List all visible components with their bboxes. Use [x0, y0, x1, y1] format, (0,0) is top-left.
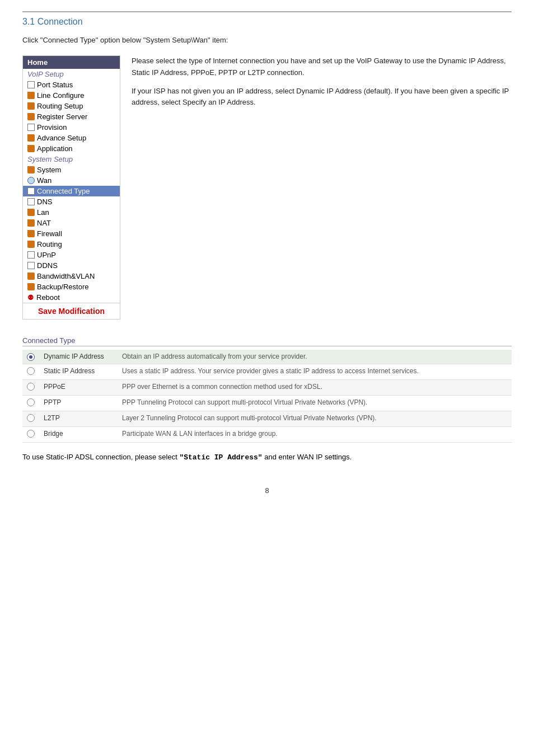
- bottom-text-suffix: and enter WAN IP settings.: [263, 453, 352, 461]
- folder-icon: [27, 241, 35, 248]
- save-modification-button[interactable]: Save Modification: [23, 303, 120, 319]
- bottom-text: To use Static-IP ADSL connection, please…: [22, 452, 512, 464]
- folder-icon: [27, 273, 35, 280]
- doc-icon: [27, 198, 35, 205]
- folder-icon: [27, 145, 35, 152]
- sidebar-label: Application: [37, 144, 73, 153]
- sidebar-item-lan[interactable]: Lan: [23, 207, 120, 218]
- intro-text: Click "Connected Type" option below "Sys…: [22, 36, 512, 44]
- main-layout: Home VoIP Setup Port Status Line Configu…: [22, 55, 512, 320]
- sidebar-label: Routing Setup: [37, 102, 83, 110]
- sidebar-label: Firewall: [37, 229, 62, 238]
- sidebar-item-line-configure[interactable]: Line Configure: [23, 90, 120, 101]
- folder-icon: [27, 219, 35, 227]
- sidebar: Home VoIP Setup Port Status Line Configu…: [22, 55, 120, 320]
- folder-icon: [27, 166, 35, 173]
- section-title: 3.1 Connection: [22, 11, 512, 27]
- option-label: Dynamic IP Address: [39, 350, 118, 364]
- folder-icon: [27, 92, 35, 99]
- sidebar-item-advance-setup[interactable]: Advance Setup: [23, 133, 120, 143]
- content-para1: Please select the type of Internet conne…: [132, 55, 512, 79]
- sidebar-item-connected-type[interactable]: Connected Type: [23, 186, 120, 196]
- radio-pptp[interactable]: [27, 398, 35, 406]
- sidebar-item-upnp[interactable]: UPnP: [23, 250, 120, 260]
- sidebar-item-ddns[interactable]: DDNS: [23, 260, 120, 271]
- option-description: Obtain an IP address automatically from …: [118, 350, 512, 364]
- connected-type-table: Dynamic IP Address Obtain an IP address …: [22, 350, 512, 443]
- sidebar-item-dns[interactable]: DNS: [23, 196, 120, 207]
- doc-icon: [27, 81, 35, 88]
- sidebar-header: Home: [23, 56, 120, 69]
- sidebar-label: System: [37, 166, 61, 174]
- sidebar-item-register-server[interactable]: Register Server: [23, 111, 120, 122]
- sidebar-item-routing[interactable]: Routing: [23, 239, 120, 250]
- sidebar-item-backup-restore[interactable]: Backup/Restore: [23, 281, 120, 292]
- sidebar-label: Lan: [37, 208, 49, 217]
- table-row: PPPoE PPP over Ethernet is a common conn…: [22, 380, 512, 396]
- table-row: L2TP Layer 2 Tunneling Protocol can supp…: [22, 411, 512, 427]
- doc-icon: [27, 251, 35, 259]
- option-description: Participate WAN & LAN interfaces in a br…: [118, 427, 512, 443]
- option-description: Layer 2 Tunneling Protocol can support m…: [118, 411, 512, 427]
- sidebar-label: UPnP: [37, 251, 56, 259]
- option-description: PPP over Ethernet is a common connection…: [118, 380, 512, 396]
- option-label: PPTP: [39, 396, 118, 411]
- folder-icon: [27, 230, 35, 237]
- power-icon: ⚉: [27, 293, 34, 302]
- sidebar-item-application[interactable]: Application: [23, 143, 120, 154]
- sidebar-item-firewall[interactable]: Firewall: [23, 228, 120, 239]
- radio-bridge[interactable]: [27, 430, 35, 438]
- sidebar-label: Routing: [37, 240, 62, 248]
- folder-icon: [27, 113, 35, 120]
- content-para2: If your ISP has not given you an IP addr…: [132, 86, 512, 109]
- sidebar-item-provision[interactable]: Provision: [23, 122, 120, 133]
- table-row: PPTP PPP Tunneling Protocol can support …: [22, 396, 512, 411]
- globe-icon: [27, 177, 35, 184]
- doc-icon: [27, 124, 35, 131]
- sidebar-label: Port Status: [37, 81, 73, 89]
- radio-static-ip[interactable]: [27, 367, 35, 375]
- sidebar-item-nat[interactable]: NAT: [23, 218, 120, 228]
- option-label: Static IP Address: [39, 364, 118, 380]
- sidebar-label: Wan: [37, 176, 51, 185]
- connected-type-section: Connected Type Dynamic IP Address Obtain…: [22, 336, 512, 464]
- sidebar-item-port-status[interactable]: Port Status: [23, 79, 120, 90]
- sidebar-item-bandwidth-vlan[interactable]: Bandwidth&VLAN: [23, 271, 120, 281]
- sidebar-label: Register Server: [37, 112, 87, 121]
- sidebar-item-system[interactable]: System: [23, 165, 120, 175]
- radio-pppoe[interactable]: [27, 383, 35, 391]
- bottom-text-prefix: To use Static-IP ADSL connection, please…: [22, 453, 179, 461]
- option-label: L2TP: [39, 411, 118, 427]
- option-description: PPP Tunneling Protocol can support multi…: [118, 396, 512, 411]
- sidebar-item-reboot[interactable]: ⚉ Reboot: [23, 292, 120, 303]
- content-area: Please select the type of Internet conne…: [132, 55, 512, 320]
- connected-type-title: Connected Type: [22, 336, 512, 346]
- sidebar-label: DNS: [37, 198, 52, 206]
- table-row: Bridge Participate WAN & LAN interfaces …: [22, 427, 512, 443]
- sidebar-label: DDNS: [37, 261, 58, 270]
- option-description: Uses a static IP address. Your service p…: [118, 364, 512, 380]
- sidebar-section-voip: VoIP Setup: [23, 69, 120, 79]
- sidebar-label: Reboot: [36, 293, 60, 302]
- doc-icon: [27, 262, 35, 269]
- radio-dynamic-ip[interactable]: [27, 353, 35, 361]
- sidebar-item-routing-setup[interactable]: Routing Setup: [23, 101, 120, 111]
- folder-icon: [27, 283, 35, 290]
- table-row: Static IP Address Uses a static IP addre…: [22, 364, 512, 380]
- table-row: Dynamic IP Address Obtain an IP address …: [22, 350, 512, 364]
- doc-icon: [27, 187, 35, 195]
- sidebar-label: Advance Setup: [37, 134, 86, 142]
- sidebar-label: Connected Type: [37, 187, 90, 195]
- page-number: 8: [22, 486, 512, 495]
- folder-icon: [27, 209, 35, 216]
- option-label: PPPoE: [39, 380, 118, 396]
- sidebar-label: Provision: [37, 123, 67, 132]
- sidebar-section-system: System Setup: [23, 154, 120, 165]
- folder-icon: [27, 102, 35, 110]
- sidebar-label: Backup/Restore: [37, 283, 89, 291]
- sidebar-label: Bandwidth&VLAN: [37, 272, 95, 280]
- radio-l2tp[interactable]: [27, 414, 35, 422]
- option-label: Bridge: [39, 427, 118, 443]
- sidebar-item-wan[interactable]: Wan: [23, 175, 120, 186]
- folder-icon: [27, 134, 35, 142]
